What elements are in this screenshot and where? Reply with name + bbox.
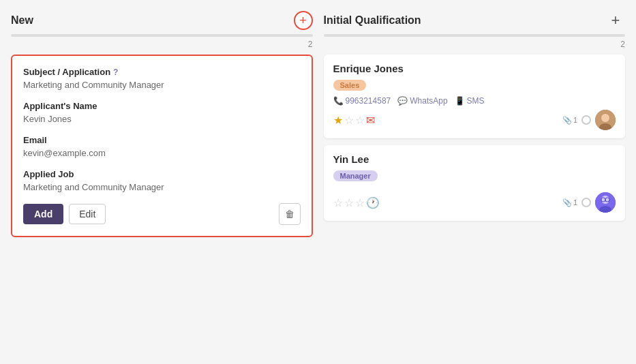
svg-point-1	[601, 114, 609, 122]
enrique-jones-actions-right: 📎 1	[562, 110, 616, 130]
column-iq-title: Initial Qualification	[324, 14, 421, 27]
form-field-subject-label: Subject / Application ?	[23, 67, 301, 77]
enrique-jones-status-dot[interactable]	[581, 115, 591, 125]
column-new-header: New +	[11, 11, 313, 30]
column-iq-add-button[interactable]: +	[606, 11, 625, 30]
enrique-jones-contact-row: 📞 9963214587 💬 WhatsApp 📱 SMS	[333, 96, 616, 106]
column-iq-progress-bar	[324, 34, 626, 37]
clock-icon: 🕐	[366, 196, 380, 209]
card-yin-lee: Yin Lee Manager ☆ ☆ ☆ 🕐 📎 1	[324, 145, 626, 221]
form-field-applicant: Applicant's Name Kevin Jones	[23, 101, 301, 124]
form-field-subject: Subject / Application ? Marketing and Co…	[23, 67, 301, 90]
form-field-email-label: Email	[23, 135, 301, 145]
trash-icon: 🗑	[285, 209, 294, 219]
yin-lee-tag: Manager	[333, 170, 378, 181]
enrique-jones-stars[interactable]: ★ ☆ ☆ ✉	[333, 114, 375, 127]
edit-button[interactable]: Edit	[69, 204, 106, 224]
column-new-progress-bar	[11, 34, 313, 37]
enrique-jones-avatar	[595, 110, 616, 130]
plus-circle-icon: +	[299, 14, 307, 27]
yin-lee-name: Yin Lee	[333, 153, 616, 165]
paperclip-icon: 📎	[562, 116, 572, 125]
star-empty-1: ☆	[333, 196, 343, 209]
enrique-jones-whatsapp[interactable]: 💬 WhatsApp	[397, 96, 447, 106]
yin-lee-stars[interactable]: ☆ ☆ ☆ 🕐	[333, 196, 380, 209]
star-filled-1: ★	[333, 114, 343, 127]
form-field-applicant-value: Kevin Jones	[23, 114, 301, 124]
yin-lee-footer: ☆ ☆ ☆ 🕐 📎 1	[333, 192, 616, 213]
column-new-title: New	[11, 14, 33, 27]
new-card-form: Subject / Application ? Marketing and Co…	[11, 55, 313, 237]
enrique-jones-tag: Sales	[333, 80, 367, 91]
paperclip-icon: 📎	[562, 198, 572, 207]
enrique-jones-name: Enrique Jones	[333, 63, 616, 74]
card-form-actions: Add Edit 🗑	[23, 203, 301, 225]
enrique-jones-sms[interactable]: 📱 SMS	[455, 96, 485, 106]
form-field-email: Email kevin@example.com	[23, 135, 301, 158]
form-field-subject-value: Marketing and Community Manager	[23, 80, 301, 90]
yin-lee-status-dot[interactable]	[581, 198, 591, 207]
form-field-job: Applied Job Marketing and Community Mana…	[23, 169, 301, 192]
sms-icon: 📱	[455, 96, 465, 106]
form-field-job-value: Marketing and Community Manager	[23, 182, 301, 192]
star-empty-2: ☆	[344, 196, 354, 209]
column-new-add-button[interactable]: +	[294, 11, 313, 30]
help-icon: ?	[113, 67, 118, 77]
form-field-applicant-label: Applicant's Name	[23, 101, 301, 111]
email-icon[interactable]: ✉	[366, 114, 375, 127]
yin-lee-avatar	[595, 192, 616, 213]
column-initial-qualification: Initial Qualification + 2 Enrique Jones …	[324, 11, 626, 353]
plus-icon: +	[611, 12, 620, 29]
star-empty-1: ☆	[344, 114, 354, 127]
form-field-email-value: kevin@example.com	[23, 148, 301, 158]
star-empty-3: ☆	[355, 196, 365, 209]
enrique-jones-phone[interactable]: 📞 9963214587	[333, 96, 391, 106]
enrique-jones-footer: ★ ☆ ☆ ✉ 📎 1	[333, 110, 616, 130]
delete-button[interactable]: 🗑	[279, 203, 301, 225]
enrique-jones-attachments[interactable]: 📎 1	[562, 116, 577, 125]
column-iq-header: Initial Qualification +	[324, 11, 626, 30]
column-new-count: 2	[11, 40, 313, 49]
phone-icon: 📞	[333, 96, 344, 106]
card-form-actions-left: Add Edit	[23, 204, 106, 224]
form-field-job-label: Applied Job	[23, 169, 301, 179]
yin-lee-actions-right: 📎 1	[562, 192, 616, 213]
add-button[interactable]: Add	[23, 204, 63, 224]
whatsapp-icon: 💬	[397, 96, 408, 106]
column-iq-count: 2	[324, 40, 626, 49]
column-new: New + 2 Subject / Application ? Marketin…	[11, 11, 313, 353]
card-enrique-jones: Enrique Jones Sales 📞 9963214587 💬 Whats…	[324, 55, 626, 138]
yin-lee-attachments[interactable]: 📎 1	[562, 198, 577, 207]
star-empty-2: ☆	[355, 114, 365, 127]
